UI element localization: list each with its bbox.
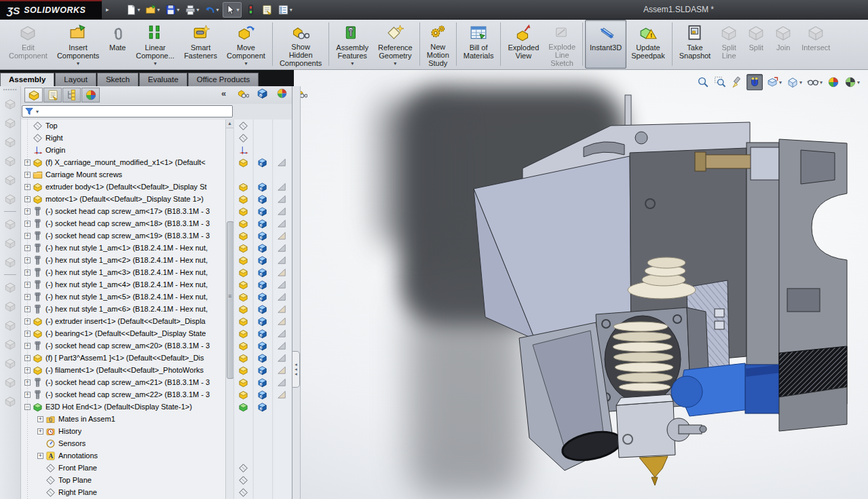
zoom-to-fit-button[interactable] xyxy=(696,75,711,90)
dropdown-caret-icon[interactable]: ▾ xyxy=(351,60,354,67)
dropdown-caret-icon[interactable]: ▾ xyxy=(138,7,140,13)
tree-item[interactable]: +(f) [ Part3^Assem1 ]<1> (Default<<Defau… xyxy=(20,352,225,364)
featuremanager-tab[interactable] xyxy=(24,88,43,103)
hide-show-cell[interactable] xyxy=(233,316,253,327)
hide-show-cell[interactable] xyxy=(233,329,253,339)
display-mode-column-header[interactable] xyxy=(253,88,273,99)
hide-show-cell[interactable] xyxy=(233,341,253,351)
feature-tool-2-button[interactable] xyxy=(4,117,16,129)
tree-item[interactable]: +(-) hex nut style 1_am<1> (B18.2.4.1M -… xyxy=(20,242,225,254)
tree-item[interactable]: Right xyxy=(20,132,225,144)
hide-show-cell[interactable] xyxy=(233,402,253,412)
transparency-cell[interactable] xyxy=(272,206,292,216)
tree-scrollbar[interactable]: ▲ xyxy=(225,119,233,499)
hide-show-cell[interactable] xyxy=(233,390,253,400)
dropdown-caret-icon[interactable]: ▾ xyxy=(290,7,293,13)
hide-show-cell[interactable] xyxy=(233,206,253,217)
feature-tool-14-button[interactable] xyxy=(4,357,16,369)
tree-item[interactable]: +(-) socket head cap screw_am<18> (B18.3… xyxy=(20,217,225,229)
expander-icon[interactable]: + xyxy=(37,453,43,459)
dropdown-caret-icon[interactable]: ▾ xyxy=(237,7,240,13)
tree-item[interactable]: Right Plane xyxy=(20,486,225,498)
transparency-cell[interactable] xyxy=(272,341,292,350)
menu-expand-arrow-icon[interactable]: ▸ xyxy=(106,6,109,13)
collapse-panel-button[interactable]: « xyxy=(221,88,226,98)
hide-show-cell[interactable] xyxy=(233,292,253,302)
hide-show-cell[interactable] xyxy=(233,182,253,192)
dropdown-caret-icon[interactable]: ▾ xyxy=(154,60,157,67)
dropdown-caret-icon[interactable]: ▾ xyxy=(77,60,79,67)
feature-tool-16-button[interactable] xyxy=(4,395,16,407)
tree-item[interactable]: Top Plane xyxy=(20,474,225,486)
display-style-button[interactable]: ▾ xyxy=(785,75,804,90)
tree-item[interactable]: +(-) socket head cap screw_am<19> (B18.3… xyxy=(20,229,225,242)
expander-icon[interactable]: + xyxy=(37,428,43,435)
tab-sketch[interactable]: Sketch xyxy=(97,73,138,86)
hide-show-cell[interactable] xyxy=(233,243,253,253)
display-mode-cell[interactable] xyxy=(253,304,273,314)
tree-item[interactable]: −E3D Hot End<1> (Default<Display State-1… xyxy=(20,401,225,413)
hide-show-cell[interactable] xyxy=(233,121,253,131)
tree-item[interactable]: +(-) extruder insert<1> (Default<<Defaul… xyxy=(20,315,225,327)
graphics-viewport[interactable]: ▾▾▾▾ xyxy=(294,70,868,499)
feature-tool-13-button[interactable] xyxy=(4,338,16,350)
hide-show-cell[interactable] xyxy=(233,280,253,290)
tab-assembly[interactable]: Assembly xyxy=(0,73,54,86)
linear-component-pattern-button[interactable]: Linear Compone...▾ xyxy=(131,20,179,69)
scroll-up-button[interactable]: ▲ xyxy=(226,119,233,128)
display-mode-cell[interactable] xyxy=(253,353,273,363)
transparency-cell[interactable] xyxy=(272,219,292,228)
transparency-cell[interactable] xyxy=(272,365,292,375)
dropdown-caret-icon[interactable]: ▾ xyxy=(394,60,396,67)
select-button[interactable]: ▾ xyxy=(223,2,242,18)
display-mode-cell[interactable] xyxy=(253,292,273,302)
bill-of-materials-button[interactable]: Bill of Materials xyxy=(459,20,499,69)
display-mode-cell[interactable] xyxy=(253,280,273,290)
options-button[interactable]: ▾ xyxy=(276,3,294,17)
feature-tool-12-button[interactable] xyxy=(4,319,16,331)
hide-show-cell[interactable] xyxy=(233,304,253,314)
tab-office-products[interactable]: Office Products xyxy=(188,73,259,86)
dropdown-caret-icon[interactable]: ▾ xyxy=(779,79,782,86)
tree-item[interactable]: Sensors xyxy=(20,437,225,449)
display-mode-cell[interactable] xyxy=(253,341,273,351)
tree-item[interactable]: +(-) socket head cap screw_am<17> (B18.3… xyxy=(20,205,225,217)
feature-tool-4-button[interactable] xyxy=(4,155,16,167)
hide-show-cell[interactable] xyxy=(233,487,253,498)
new-document-button[interactable]: ▾ xyxy=(124,3,142,17)
reference-geometry-button[interactable]: Reference Geometry▾ xyxy=(373,20,417,69)
transparency-cell[interactable] xyxy=(272,316,292,326)
display-mode-cell[interactable] xyxy=(253,267,273,278)
appearance-column-header[interactable] xyxy=(272,88,292,99)
hide-show-cell[interactable] xyxy=(233,158,253,168)
hide-show-items-button[interactable]: ▾ xyxy=(806,75,824,90)
open-document-button[interactable]: ▾ xyxy=(144,3,162,17)
tree-item[interactable]: +(-) hex nut style 1_am<3> (B18.2.4.1M -… xyxy=(20,266,225,278)
dropdown-caret-icon[interactable]: ▾ xyxy=(216,7,219,13)
hide-show-cell[interactable] xyxy=(233,255,253,265)
dropdown-caret-icon[interactable]: ▾ xyxy=(244,60,247,67)
print-button[interactable]: ▾ xyxy=(183,3,201,17)
hide-show-column-header[interactable] xyxy=(233,88,253,99)
update-speedpak-button[interactable]: Update Speedpak xyxy=(626,20,670,69)
dropdown-caret-icon[interactable]: ▾ xyxy=(197,7,200,13)
filter-caret-icon[interactable]: ▾ xyxy=(36,109,39,115)
display-mode-cell[interactable] xyxy=(253,194,273,204)
zoom-to-area-button[interactable] xyxy=(713,75,728,90)
dropdown-caret-icon[interactable]: ▾ xyxy=(857,79,860,86)
transparency-cell[interactable] xyxy=(272,231,292,240)
display-mode-cell[interactable] xyxy=(253,206,273,217)
tree-item[interactable]: Front Plane xyxy=(20,462,225,474)
tree-item[interactable]: +Annotations xyxy=(20,449,225,462)
feature-tool-10-button[interactable] xyxy=(4,281,16,293)
dropdown-caret-icon[interactable]: ▾ xyxy=(820,79,823,86)
feature-tool-3-button[interactable] xyxy=(4,136,16,148)
filter-box[interactable]: ▾ xyxy=(22,105,233,117)
transparency-cell[interactable] xyxy=(272,182,292,191)
display-mode-cell[interactable] xyxy=(253,243,273,253)
transparency-cell[interactable] xyxy=(272,194,292,204)
previous-view-button[interactable] xyxy=(730,75,744,90)
hide-show-cell[interactable] xyxy=(233,377,253,388)
display-mode-cell[interactable] xyxy=(253,377,273,388)
tree-item[interactable]: Top xyxy=(20,119,225,132)
